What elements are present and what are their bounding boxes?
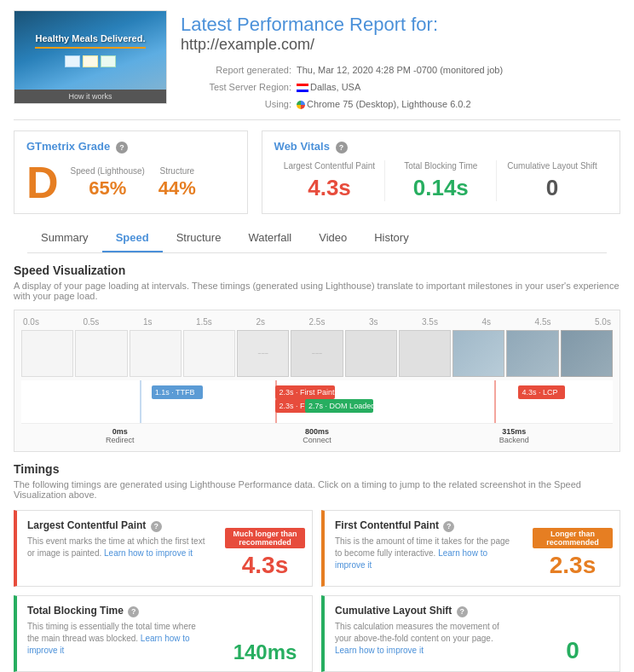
site-image-text: Healthy Meals Delivered.	[35, 33, 145, 43]
lcp-value: 4.3s	[281, 175, 378, 201]
tbt-card-desc: This timing is essentially the total tim…	[27, 621, 208, 657]
lcp-card-title: Largest Contentful Paint ?	[27, 519, 208, 531]
structure-value: 44%	[158, 177, 196, 200]
redirect-name: Redirect	[21, 436, 218, 444]
ttfb-line	[140, 380, 141, 423]
tbt-timing-value: 140ms	[233, 640, 297, 664]
cls-value: 0	[504, 175, 601, 201]
tab-structure[interactable]: Structure	[163, 224, 235, 252]
main-content: Speed Visualization A display of your pa…	[0, 253, 634, 672]
fcp-badge: Longer than recommended	[533, 528, 613, 548]
backend-name: Backend	[416, 436, 613, 444]
frame-7	[345, 330, 397, 377]
site-thumbnail: Healthy Meals Delivered. How it works	[14, 10, 167, 104]
tbt-card[interactable]: Total Blocking Time ? This timing is ess…	[14, 595, 313, 672]
lcp-card-right: Much longer than recommended 4.3s	[218, 511, 312, 586]
using-label: Using:	[181, 96, 291, 113]
tab-video[interactable]: Video	[305, 224, 360, 252]
timings-desc: The following timings are generated usin…	[14, 479, 620, 500]
fcp-card[interactable]: First Contentful Paint ? This is the amo…	[321, 510, 620, 587]
fcp-card-left: First Contentful Paint ? This is the amo…	[325, 511, 526, 586]
cls-card-left: Cumulative Layout Shift ? This calculati…	[325, 596, 526, 671]
timeline-container: 0.0s 0.5s 1s 1.5s 2s 2.5s 3s 3.5s 4s 4.5…	[14, 310, 620, 452]
vitals-help-icon[interactable]: ?	[336, 142, 348, 154]
tbt-label: Total Blocking Time	[392, 160, 489, 171]
lcp-vital: Largest Contentful Paint 4.3s	[274, 160, 386, 201]
structure-label: Structure	[158, 166, 196, 176]
connect-name: Connect	[218, 436, 415, 444]
frame-1	[21, 330, 73, 377]
tbt-value: 0.14s	[392, 175, 489, 201]
timeline-scale: 0.0s 0.5s 1s 1.5s 2s 2.5s 3s 3.5s 4s 4.5…	[21, 317, 613, 327]
lcp-card[interactable]: Largest Contentful Paint ? This event ma…	[14, 510, 313, 587]
grades-section: GTmetrix Grade ? D Speed (Lighthouse) 65…	[0, 120, 634, 224]
grade-content: D Speed (Lighthouse) 65% Structure 44%	[26, 160, 235, 205]
tab-summary[interactable]: Summary	[27, 224, 102, 252]
web-vitals-box: Web Vitals ? Largest Contentful Paint 4.…	[262, 130, 620, 214]
report-title: Latest Performance Report for:	[181, 14, 620, 36]
report-url: http://example.com/	[181, 36, 620, 54]
frame-6: ~~~	[291, 330, 343, 377]
timing-labels: 0ms Redirect 800ms Connect 315ms Backend	[21, 423, 613, 444]
tab-speed[interactable]: Speed	[102, 224, 163, 252]
timing-cards: Largest Contentful Paint ? This event ma…	[14, 510, 620, 672]
frame-3	[130, 330, 182, 377]
dom-bar[interactable]: 2.7s · DOM Loaded	[305, 399, 373, 413]
vitals-content: Largest Contentful Paint 4.3s Total Bloc…	[274, 160, 608, 201]
lcp-timing-value: 4.3s	[242, 552, 289, 579]
grade-metrics: Speed (Lighthouse) 65% Structure 44%	[71, 166, 196, 200]
tbt-vital: Total Blocking Time 0.14s	[385, 160, 497, 201]
speed-value: 65%	[71, 177, 145, 200]
frame-5: ~~~	[237, 330, 289, 377]
tbt-help-icon[interactable]: ?	[128, 606, 139, 617]
timing-label-redirect: 0ms Redirect	[21, 427, 218, 444]
timings-section: Timings The following timings are genera…	[14, 462, 620, 672]
server-value: Dallas, USA	[310, 82, 360, 92]
generated-value: Thu, Mar 12, 2020 4:28 PM -0700 (monitor…	[297, 65, 503, 75]
tbt-card-left: Total Blocking Time ? This timing is ess…	[17, 596, 218, 671]
tbt-card-right: 140ms	[218, 596, 312, 671]
lcp-bar[interactable]: 4.3s · LCP	[518, 385, 565, 399]
gtmetrix-help-icon[interactable]: ?	[116, 142, 128, 154]
tabs-nav: Summary Speed Structure Waterfall Video …	[27, 224, 607, 253]
site-image-caption: How it works	[14, 90, 166, 103]
speed-label: Speed (Lighthouse)	[71, 166, 145, 176]
cls-vital: Cumulative Layout Shift 0	[497, 160, 608, 201]
cls-help-icon[interactable]: ?	[457, 606, 468, 617]
vitals-title: Web Vitals ?	[274, 140, 608, 154]
frame-2	[75, 330, 127, 377]
cls-card-right: 0	[526, 596, 620, 671]
tbt-learn-link[interactable]: Learn how to improve it	[27, 634, 190, 655]
frame-4	[183, 330, 235, 377]
speed-viz-desc: A display of your page loading at interv…	[14, 281, 620, 301]
connect-time: 800ms	[218, 427, 415, 436]
lcp-learn-link[interactable]: Learn how to improve it	[104, 548, 193, 558]
cls-learn-link[interactable]: Learn how to improve it	[335, 646, 424, 655]
lcp-label: Largest Contentful Paint	[281, 160, 378, 171]
redirect-time: 0ms	[21, 427, 218, 436]
lcp-card-desc: This event marks the time at which the f…	[27, 536, 208, 559]
cls-card-desc: This calculation measures the movement o…	[335, 621, 516, 657]
cls-timing-value: 0	[566, 637, 579, 664]
tab-waterfall[interactable]: Waterfall	[234, 224, 305, 252]
fcp-card-title: First Contentful Paint ?	[335, 519, 516, 531]
tbt-card-title: Total Blocking Time ?	[27, 605, 208, 617]
fcp-timing-value: 2.3s	[550, 552, 597, 579]
lcp-help-icon[interactable]: ?	[151, 521, 162, 532]
lcp-line	[494, 380, 496, 423]
lcp-badge: Much longer than recommended	[225, 528, 305, 548]
frame-8	[399, 330, 451, 377]
fcp-card-right: Longer than recommended 2.3s	[526, 511, 620, 586]
milestone-area: 1.1s · TTFB 2.3s · First Paint 2.3s · Fi…	[21, 380, 613, 423]
ttfb-bar[interactable]: 1.1s · TTFB	[152, 385, 203, 399]
gtmetrix-title: GTmetrix Grade ?	[26, 140, 235, 154]
frame-10	[506, 330, 558, 377]
report-info: Latest Performance Report for: http://ex…	[181, 10, 620, 113]
tab-history[interactable]: History	[360, 224, 422, 252]
fcp-help-icon[interactable]: ?	[443, 521, 454, 532]
timing-label-backend: 315ms Backend	[416, 427, 613, 444]
fcp-learn-link[interactable]: Learn how to improve it	[335, 548, 487, 570]
fp-bar[interactable]: 2.3s · First Paint	[275, 385, 335, 399]
cls-card[interactable]: Cumulative Layout Shift ? This calculati…	[321, 595, 620, 672]
timing-label-connect: 800ms Connect	[218, 427, 415, 444]
